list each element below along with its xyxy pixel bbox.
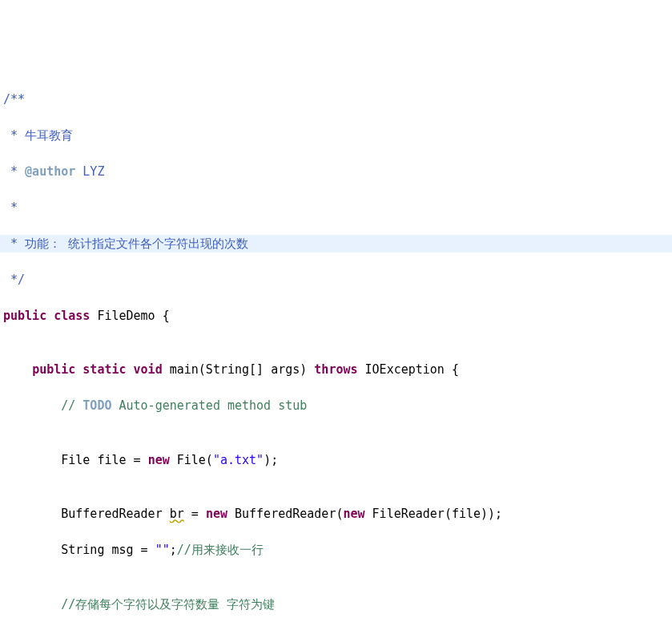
javadoc-desc: * 功能： 统计指定文件各个字符出现的次数: [3, 236, 248, 251]
comment-todo: // TODO Auto-generated method stub: [61, 398, 307, 413]
kw-public: public: [32, 362, 75, 377]
assign: =: [184, 507, 206, 521]
kw-static: static: [82, 362, 126, 377]
exception-name: IOException {: [358, 362, 459, 377]
javadoc-author-name: LYZ: [75, 164, 104, 179]
kw-public: public: [3, 309, 46, 323]
kw-new: new: [343, 507, 364, 521]
javadoc-author-prefix: *: [3, 164, 25, 179]
javadoc-start: /**: [3, 92, 25, 107]
br-ctor: BufferedReader(: [227, 507, 344, 521]
file-decl: File file =: [61, 453, 147, 467]
msg-decl: String msg =: [61, 543, 155, 557]
javadoc-line: * 牛耳教育: [3, 128, 73, 143]
class-name: FileDemo {: [90, 309, 169, 323]
javadoc-author-tag: @author: [25, 164, 75, 179]
javadoc-line: *: [3, 200, 18, 215]
kw-throws: throws: [314, 362, 357, 377]
var-br: br: [170, 507, 184, 521]
main-signature: main(String[] args): [163, 362, 315, 377]
javadoc-end: */: [3, 273, 25, 287]
comment-line: //用来接收一行: [177, 543, 264, 557]
kw-new: new: [206, 507, 227, 521]
string-literal: "a.txt": [213, 453, 264, 467]
kw-class: class: [54, 309, 90, 323]
comment-store: //存储每个字符以及字符数量 字符为键: [61, 597, 275, 612]
string-empty: "": [155, 543, 170, 557]
file-ctor: File(: [170, 453, 213, 467]
kw-void: void: [134, 362, 163, 377]
stmt-end: );: [264, 453, 278, 467]
stmt-end: ;: [170, 543, 177, 557]
br-decl: BufferedReader: [61, 507, 169, 521]
code-editor: /** * 牛耳教育 * @author LYZ * * 功能： 统计指定文件各…: [0, 72, 672, 622]
fr-ctor: FileReader(file));: [365, 507, 503, 521]
kw-new: new: [148, 453, 170, 467]
